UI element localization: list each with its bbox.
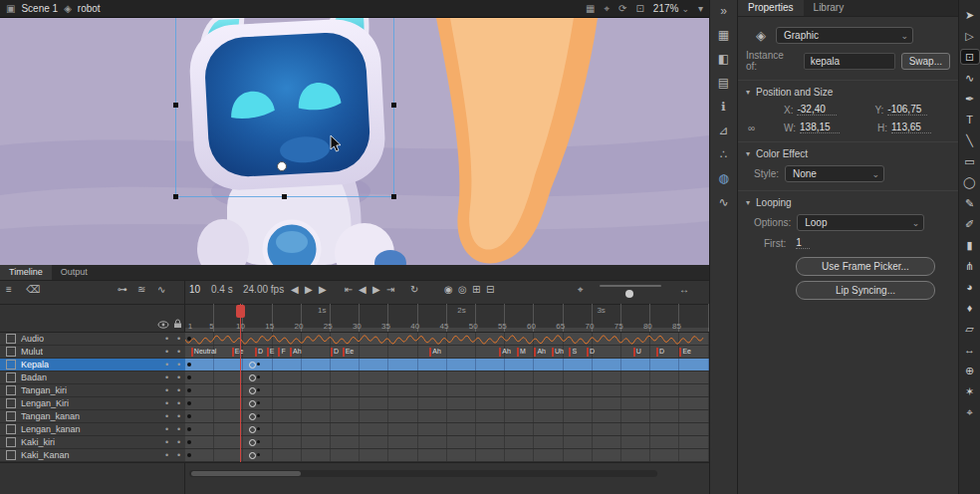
timeline-menu-icon[interactable]: ≡	[6, 285, 12, 295]
graph-editor-icon[interactable]: ∿	[157, 285, 165, 295]
playhead-marker[interactable]	[236, 305, 245, 318]
layer-visibility-dot[interactable]: •	[165, 385, 168, 395]
layer-lock-dot[interactable]: •	[177, 334, 180, 344]
lip-syncing-button[interactable]: Lip Syncing...	[796, 281, 935, 300]
text-tool[interactable]: T	[961, 113, 979, 126]
eraser-tool[interactable]: ▱	[961, 322, 979, 336]
lock-icon[interactable]	[173, 319, 182, 329]
frames-grid[interactable]: NeutralEeDEFAhDEeAhAhMAhUhSDUDEe	[185, 333, 709, 462]
x-value[interactable]: -32,40	[797, 104, 837, 116]
pencil-tool[interactable]: ✎	[961, 196, 979, 210]
symbol-type-dropdown[interactable]: Graphic ⌄	[776, 27, 913, 44]
bone-tool[interactable]: ⋔	[961, 259, 979, 273]
pen-tool[interactable]: ✒	[961, 92, 979, 106]
rotate-view-icon[interactable]: ⟳	[618, 3, 626, 15]
tab-timeline[interactable]: Timeline	[0, 265, 52, 280]
layer-visibility-dot[interactable]: •	[165, 360, 168, 370]
lock-aspect-icon[interactable]: ∞	[748, 123, 755, 133]
timeline-ruler[interactable]: 1s2s3s1510152025303540455055606570758085	[185, 304, 709, 333]
layer-Tangan_kanan[interactable]: Tangan_kanan••	[0, 410, 185, 423]
panel-motion-presets-icon[interactable]: ◍	[718, 172, 728, 184]
transform-handle[interactable]	[173, 103, 178, 108]
y-value[interactable]: -106,75	[887, 104, 927, 116]
panel-swatches-icon[interactable]: ▤	[718, 77, 729, 89]
frames-Kaki_kiri[interactable]	[185, 436, 709, 449]
frames-Tangan_kanan[interactable]	[185, 410, 709, 423]
brush-tool[interactable]: ✐	[961, 217, 979, 231]
zoom-tool[interactable]: ⊕	[961, 364, 979, 377]
w-value[interactable]: 138,15	[800, 122, 840, 133]
layer-Lengan_Kiri[interactable]: Lengan_Kiri••	[0, 397, 185, 410]
section-looping[interactable]: ▾ Looping	[738, 190, 958, 211]
center-playhead-icon[interactable]: ⌖	[578, 285, 584, 295]
instance-name-field[interactable]: kepala	[804, 53, 895, 70]
selection-tool[interactable]: ➤	[961, 8, 979, 22]
clip-icon[interactable]: ▦	[586, 3, 595, 15]
eye-icon[interactable]	[157, 321, 169, 329]
modify-markers-icon[interactable]: ⊟	[486, 285, 494, 295]
layer-lock-dot[interactable]: •	[177, 385, 180, 395]
tab-library[interactable]: Library	[804, 0, 855, 16]
prev-keyframe-icon[interactable]: ◀	[359, 285, 367, 295]
layer-visibility-dot[interactable]: •	[165, 424, 168, 434]
delete-layer-icon[interactable]: ⌫	[26, 285, 40, 295]
layer-Kepala[interactable]: Kepala••	[0, 359, 185, 371]
layer-Lengan_kanan[interactable]: Lengan_kanan••	[0, 423, 185, 436]
panel-color-icon[interactable]: ◧	[718, 53, 729, 65]
paint-bucket-tool[interactable]: ◕	[961, 280, 979, 294]
layer-visibility-dot[interactable]: •	[165, 334, 168, 344]
current-frame-value[interactable]: 10	[189, 285, 200, 295]
layer-lock-dot[interactable]: •	[177, 424, 180, 434]
loop-icon[interactable]: ↻	[410, 285, 418, 295]
free-transform-tool[interactable]: ⊡	[961, 50, 979, 64]
onion-outline-icon[interactable]: ◎	[458, 285, 467, 295]
layer-visibility-dot[interactable]: •	[165, 450, 168, 460]
layer-Badan[interactable]: Badan••	[0, 371, 185, 384]
section-position-size[interactable]: ▾ Position and Size	[738, 80, 958, 101]
camera-tool[interactable]: ⌖	[961, 405, 979, 419]
frames-Tangan_kiri[interactable]	[185, 384, 709, 397]
edit-multiple-frames-icon[interactable]: ⊞	[472, 285, 480, 295]
layer-lock-dot[interactable]: •	[177, 437, 180, 447]
looping-options-dropdown[interactable]: Loop ⌄	[797, 214, 924, 231]
stage-canvas[interactable]	[0, 18, 709, 265]
section-color-effect[interactable]: ▾ Color Effect	[738, 141, 958, 162]
frames-Lengan_Kiri[interactable]	[185, 397, 709, 410]
frame-rate-value[interactable]: 24.00 fps	[243, 285, 284, 295]
panel-graph-icon[interactable]: ∿	[718, 196, 728, 208]
transform-point[interactable]	[277, 161, 287, 171]
panel-transform-icon[interactable]: ⊿	[718, 124, 728, 136]
frames-Mulut[interactable]: NeutralEeDEFAhDEeAhAhMAhUhSDUDEe	[185, 346, 709, 359]
scrollbar-thumb[interactable]	[191, 471, 301, 476]
onion-skin-icon[interactable]: ◉	[444, 285, 453, 295]
transform-handle[interactable]	[173, 194, 178, 199]
parenting-view-icon[interactable]: ⊶	[118, 285, 127, 295]
frames-Badan[interactable]	[185, 371, 709, 384]
rectangle-tool[interactable]: ▭	[961, 154, 979, 168]
transform-handle[interactable]	[391, 194, 396, 199]
step-forward-icon[interactable]: ▶	[319, 285, 327, 295]
layer-Kaki_kiri[interactable]: Kaki_kiri••	[0, 436, 185, 449]
line-tool[interactable]: ╲	[961, 133, 979, 147]
horizontal-scrollbar[interactable]	[189, 470, 657, 477]
breadcrumb-symbol[interactable]: robot	[78, 3, 101, 14]
first-frame-value[interactable]: 1	[796, 237, 810, 249]
fit-timeline-icon[interactable]: ↔	[679, 285, 689, 295]
breadcrumb-scene[interactable]: Scene 1	[21, 3, 58, 14]
use-frame-picker-button[interactable]: Use Frame Picker...	[796, 257, 935, 276]
eyedropper-tool[interactable]: ♦	[961, 301, 979, 315]
lasso-tool[interactable]: ∿	[961, 71, 979, 85]
frames-Kaki_Kanan[interactable]	[185, 449, 709, 462]
paint-brush-tool[interactable]: ▮	[961, 238, 979, 252]
tab-properties[interactable]: Properties	[738, 0, 804, 16]
subselection-tool[interactable]: ▷	[961, 29, 979, 43]
stage-icon[interactable]: ▣	[6, 3, 15, 14]
playhead-line[interactable]	[240, 304, 241, 462]
width-tool[interactable]: ↔	[961, 343, 979, 357]
layer-lock-dot[interactable]: •	[177, 411, 180, 421]
layer-lock-dot[interactable]: •	[177, 372, 180, 382]
layer-depth-icon[interactable]: ≋	[137, 285, 145, 295]
style-dropdown[interactable]: None ⌄	[785, 165, 884, 182]
panel-info-icon[interactable]: ℹ	[721, 101, 726, 113]
layer-lock-dot[interactable]: •	[177, 450, 180, 460]
